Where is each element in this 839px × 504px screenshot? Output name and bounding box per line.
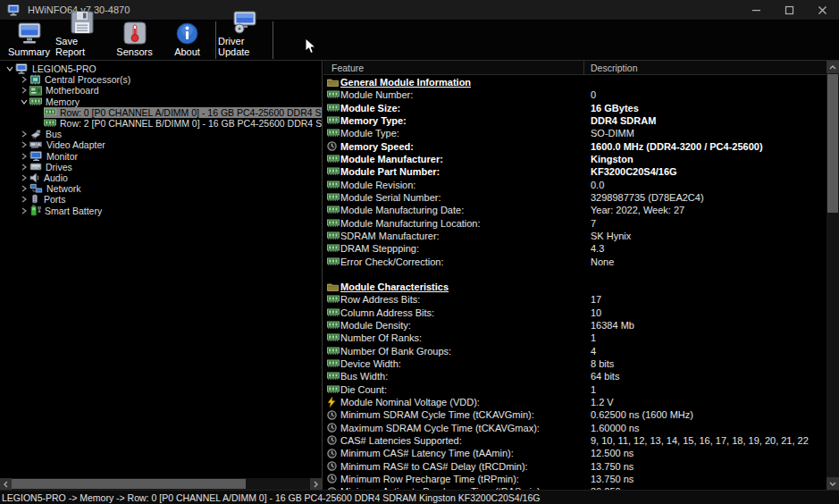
hwinfo-app-icon	[7, 4, 21, 16]
feature-row-device-width[interactable]: Device Width:8 bits	[323, 357, 826, 370]
summary-button[interactable]: Summary	[3, 21, 55, 60]
section-header-general-module-information[interactable]: General Module Information	[323, 76, 826, 88]
monitor-icon	[29, 151, 43, 161]
chevron-right-icon[interactable]	[18, 76, 29, 83]
feature-row-module-nominal-voltage-vdd[interactable]: Module Nominal Voltage (VDD):1.2 V	[323, 396, 826, 408]
feature-label: Module Characteristics	[340, 281, 449, 292]
sensors-button[interactable]: Sensors	[108, 21, 161, 60]
row-content[interactable]: Network	[29, 183, 81, 194]
feature-row-module-revision[interactable]: Module Revision:0.0	[323, 179, 826, 191]
tree-item-ports[interactable]: Ports	[0, 194, 322, 205]
feature-row-maximum-sdram-cycle-time-tckavgmax[interactable]: Maximum SDRAM Cycle Time (tCKAVGmax):1.6…	[323, 421, 826, 433]
feature-row-module-manufacturing-date[interactable]: Module Manufacturing Date:Year: 2022, We…	[323, 204, 826, 216]
feature-row-cas-latencies-supported[interactable]: CAS# Latencies Supported:9, 10, 11, 12, …	[323, 434, 826, 447]
row-content[interactable]: Memory	[29, 97, 80, 107]
feature-vertical-scrollbar[interactable]	[826, 61, 839, 490]
scroll-right-arrow-icon[interactable]	[310, 478, 322, 490]
chevron-right-icon[interactable]	[18, 141, 29, 148]
row-content[interactable]: Bus	[29, 129, 62, 139]
row-content[interactable]: Monitor	[29, 151, 78, 162]
close-button[interactable]	[806, 0, 839, 20]
tree-item-network[interactable]: Network	[0, 183, 322, 194]
tree-item-label: Memory	[46, 97, 80, 107]
row-content[interactable]: Drives	[29, 162, 72, 172]
scroll-down-arrow-icon[interactable]	[826, 477, 839, 490]
feature-row-minimum-row-precharge-time-trpmin[interactable]: Minimum Row Precharge Time (tRPmin):13.7…	[323, 473, 826, 485]
chevron-right-icon[interactable]	[18, 185, 29, 192]
tree-item-legion5-pro[interactable]: LEGION5-PRO	[0, 63, 322, 74]
row-content[interactable]: Ports	[29, 194, 66, 205]
feature-column-header[interactable]: Feature	[323, 61, 584, 74]
feature-row-sdram-manufacturer[interactable]: SDRAM Manufacturer:SK Hynix	[323, 230, 826, 242]
chevron-right-icon[interactable]	[18, 130, 29, 138]
vertical-scroll-thumb[interactable]	[827, 74, 838, 213]
row-content[interactable]: Video Adapter	[29, 139, 105, 150]
feature-row-module-serial-number[interactable]: Module Serial Number:3298987735 (D78EA2C…	[323, 191, 826, 204]
maximize-button[interactable]	[773, 0, 806, 20]
tree-item-row-0-p0-channel-a-dimm-0-16-g[interactable]: Row: 0 [P0 CHANNEL A/DIMM 0] - 16 GB PC4…	[0, 107, 322, 118]
chevron-right-icon[interactable]	[18, 153, 29, 160]
feature-row-column-address-bits[interactable]: Column Address Bits:10	[323, 307, 826, 319]
feature-row-row-address-bits[interactable]: Row Address Bits:17	[323, 293, 826, 306]
feature-row-error-check-correction[interactable]: Error Check/Correction:None	[323, 255, 826, 267]
chevron-down-icon[interactable]	[4, 66, 15, 71]
horizontal-scroll-thumb[interactable]	[12, 479, 246, 489]
row-content[interactable]: Central Processor(s)	[29, 74, 130, 85]
feature-row-module-part-number[interactable]: Module Part Number:KF3200C20S4/16G	[323, 165, 826, 178]
minimize-button[interactable]	[740, 0, 773, 20]
tree-item-motherboard[interactable]: Motherboard	[0, 85, 322, 96]
tree-horizontal-scrollbar[interactable]	[0, 478, 322, 490]
feature-row-module-number[interactable]: Module Number:0	[323, 88, 826, 101]
tree-item-row-2-p0-channel-b-dimm-0-16-g[interactable]: Row: 2 [P0 CHANNEL B/DIMM 0] - 16 GB PC4…	[0, 118, 322, 129]
feature-row-module-manufacturer[interactable]: Module Manufacturer:Kingston	[323, 153, 826, 165]
feature-row-memory-type[interactable]: Memory Type:DDR4 SDRAM	[323, 114, 826, 127]
row-content[interactable]: LEGION5-PRO	[15, 63, 96, 74]
chevron-right-icon[interactable]	[18, 164, 29, 171]
tree-item-drives[interactable]: Drives	[0, 162, 322, 172]
save-report-button[interactable]: Save Report	[55, 21, 108, 60]
row-content[interactable]: Smart Battery	[29, 205, 102, 215]
feature-row-module-density[interactable]: Module Density:16384 Mb	[323, 319, 826, 332]
chevron-right-icon[interactable]	[18, 174, 29, 181]
description-column-header[interactable]: Description	[584, 61, 826, 74]
chevron-down-icon[interactable]	[18, 99, 29, 105]
feature-row-number-of-ranks[interactable]: Number Of Ranks:1	[323, 332, 826, 344]
feature-row-minimum-ras-to-cas-delay-trcdmin[interactable]: Minimum RAS# to CAS# Delay (tRCDmin):13.…	[323, 459, 826, 472]
feature-value: Kingston	[584, 154, 826, 164]
tree-item-memory[interactable]: Memory	[0, 97, 322, 107]
feature-row-number-of-bank-groups[interactable]: Number Of Bank Groups:4	[323, 345, 826, 357]
title-bar: HWiNFO64 v7.30-4870	[0, 0, 839, 21]
selected-row-content[interactable]: Row: 0 [P0 CHANNEL A/DIMM 0] - 16 GB PC4…	[44, 107, 322, 118]
chevron-right-icon[interactable]	[18, 87, 29, 94]
row-content[interactable]: Audio	[29, 172, 68, 183]
toolbar-button-label: Summary	[8, 46, 50, 57]
feature-row-memory-speed[interactable]: Memory Speed:1600.0 MHz (DDR4-3200 / PC4…	[323, 140, 826, 153]
feature-row-module-type[interactable]: Module Type:SO-DIMM	[323, 127, 826, 139]
chevron-right-icon[interactable]	[18, 207, 29, 214]
tree-item-smart-battery[interactable]: Smart Battery	[0, 205, 322, 215]
chevron-right-icon[interactable]	[18, 196, 29, 203]
feature-row-dram-steppping[interactable]: DRAM Steppping:4.3	[323, 242, 826, 255]
feature-row-module-manufacturing-location[interactable]: Module Manufacturing Location:7	[323, 216, 826, 229]
tree-item-audio[interactable]: Audio	[0, 172, 322, 183]
memory-icon	[29, 97, 42, 106]
row-content[interactable]: Motherboard	[29, 85, 99, 96]
section-header-module-characteristics[interactable]: Module Characteristics	[323, 281, 826, 293]
tree-item-video-adapter[interactable]: Video Adapter	[0, 139, 322, 150]
feature-row-bus-width[interactable]: Bus Width:64 bits	[323, 370, 826, 382]
feature-row-module-size[interactable]: Module Size:16 GBytes	[323, 102, 826, 114]
feature-label: Row Address Bits:	[340, 294, 584, 305]
feature-row-minimum-sdram-cycle-time-tckavgmin[interactable]: Minimum SDRAM Cycle Time (tCKAVGmin):0.6…	[323, 408, 826, 421]
feature-row-minimum-cas-latency-time-taamin[interactable]: Minimum CAS# Latency Time (tAAmin):12.50…	[323, 447, 826, 459]
tree-item-monitor[interactable]: Monitor	[0, 151, 322, 162]
scroll-left-arrow-icon[interactable]	[0, 478, 12, 490]
ram-icon	[327, 295, 340, 304]
row-content[interactable]: Row: 2 [P0 CHANNEL B/DIMM 0] - 16 GB PC4…	[44, 118, 322, 129]
feature-row-die-count[interactable]: Die Count:1	[323, 383, 826, 396]
tree-item-label: Monitor	[46, 151, 78, 162]
tree-item-bus[interactable]: Bus	[0, 129, 322, 139]
scroll-up-arrow-icon[interactable]	[826, 61, 839, 73]
driver-update-button[interactable]: Driver Update	[218, 21, 271, 60]
tree-item-central-processor-s-[interactable]: Central Processor(s)	[0, 74, 322, 85]
about-button[interactable]: About	[161, 21, 214, 60]
